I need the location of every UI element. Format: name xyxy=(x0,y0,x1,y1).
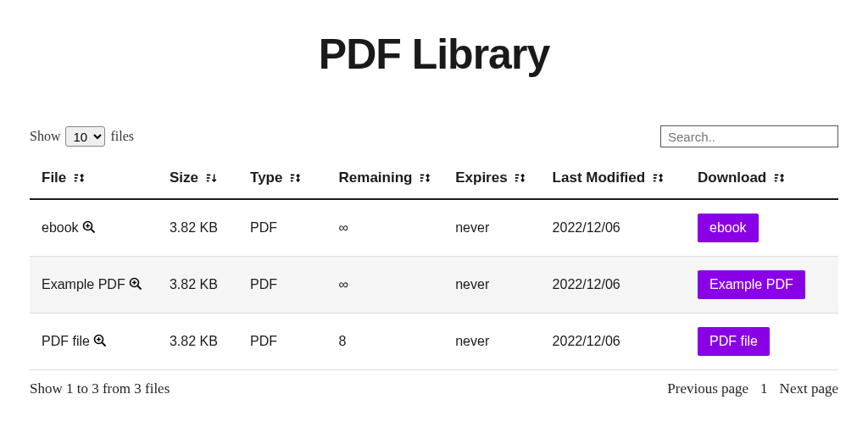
download-button[interactable]: ebook xyxy=(698,214,759,242)
page-size-control: Show 10 files xyxy=(30,126,134,147)
file-name: PDF file xyxy=(42,334,90,348)
magnify-plus-icon xyxy=(82,220,96,234)
page-size-select[interactable]: 10 xyxy=(65,126,105,147)
cell-modified: 2022/12/06 xyxy=(541,257,686,314)
cell-size: 3.82 KB xyxy=(158,199,238,257)
svg-rect-2 xyxy=(75,180,77,182)
cell-type: PDF xyxy=(238,314,327,370)
col-header-file[interactable]: File xyxy=(30,158,158,199)
sort-icon xyxy=(515,172,526,184)
col-header-size[interactable]: Size xyxy=(158,158,238,199)
results-summary: Show 1 to 3 from 3 files xyxy=(30,380,170,397)
table-row: Example PDF3.82 KBPDF∞never2022/12/06Exa… xyxy=(30,257,838,314)
svg-rect-5 xyxy=(207,180,209,182)
cell-expires: never xyxy=(443,257,540,314)
next-page-link[interactable]: Next page xyxy=(780,380,838,397)
col-header-label: Download xyxy=(698,169,766,186)
cell-size: 3.82 KB xyxy=(158,257,238,314)
cell-type: PDF xyxy=(238,257,327,314)
cell-type: PDF xyxy=(238,199,327,257)
show-suffix: files xyxy=(110,129,134,144)
table-row: ebook3.82 KBPDF∞never2022/12/06ebook xyxy=(30,199,838,257)
magnify-plus-icon xyxy=(93,334,107,347)
svg-rect-0 xyxy=(75,175,78,176)
svg-rect-3 xyxy=(207,175,210,176)
col-header-type[interactable]: Type xyxy=(238,158,327,199)
cell-expires: never xyxy=(443,314,540,370)
svg-rect-12 xyxy=(515,175,519,176)
cell-file: PDF file xyxy=(30,314,158,370)
svg-rect-9 xyxy=(420,175,424,176)
svg-rect-7 xyxy=(291,177,294,179)
cell-file: Example PDF xyxy=(30,257,158,314)
cell-modified: 2022/12/06 xyxy=(541,199,686,257)
col-header-label: File xyxy=(42,169,66,186)
svg-line-22 xyxy=(91,229,94,232)
sort-icon xyxy=(420,172,431,184)
cell-file: ebook xyxy=(30,199,158,257)
svg-rect-13 xyxy=(515,177,519,179)
col-header-expires[interactable]: Expires xyxy=(443,158,540,199)
sort-icon xyxy=(74,172,86,184)
svg-rect-16 xyxy=(654,177,657,179)
col-header-label: Expires xyxy=(455,169,507,186)
svg-rect-1 xyxy=(75,177,78,179)
svg-rect-14 xyxy=(515,180,518,182)
cell-size: 3.82 KB xyxy=(158,314,238,370)
file-name: Example PDF xyxy=(42,277,125,291)
table-row: PDF file3.82 KBPDF8never2022/12/06PDF fi… xyxy=(30,314,838,370)
download-button[interactable]: PDF file xyxy=(698,327,770,356)
magnify-plus-icon xyxy=(129,277,142,291)
svg-rect-10 xyxy=(420,177,424,179)
page-title: PDF Library xyxy=(0,30,868,79)
cell-remaining: ∞ xyxy=(327,257,444,314)
col-header-download[interactable]: Download xyxy=(686,158,838,199)
cell-remaining: 8 xyxy=(327,314,444,370)
sort-icon xyxy=(653,172,665,184)
col-header-remaining[interactable]: Remaining xyxy=(327,158,444,199)
file-name: ebook xyxy=(42,220,79,235)
preview-button[interactable] xyxy=(79,220,96,235)
sort-icon xyxy=(774,172,786,184)
preview-button[interactable] xyxy=(90,334,107,348)
svg-rect-8 xyxy=(291,180,293,182)
svg-rect-6 xyxy=(291,175,294,176)
cell-expires: never xyxy=(443,199,540,257)
svg-line-26 xyxy=(137,286,141,289)
col-header-label: Size xyxy=(170,169,198,186)
svg-rect-15 xyxy=(654,175,657,176)
sort-icon xyxy=(290,172,302,184)
cell-modified: 2022/12/06 xyxy=(541,314,686,370)
svg-rect-19 xyxy=(775,177,778,179)
svg-rect-18 xyxy=(775,175,778,176)
cell-remaining: ∞ xyxy=(327,199,444,257)
cell-download: PDF file xyxy=(686,314,838,370)
svg-rect-11 xyxy=(420,180,423,182)
current-page: 1 xyxy=(760,380,768,397)
pager: Previous page 1 Next page xyxy=(667,380,838,397)
svg-line-30 xyxy=(102,342,105,346)
col-header-modified[interactable]: Last Modified xyxy=(541,158,686,199)
col-header-label: Remaining xyxy=(339,169,413,186)
search-input[interactable] xyxy=(660,125,838,147)
sort-desc-icon xyxy=(206,172,218,184)
svg-rect-17 xyxy=(654,180,656,182)
svg-rect-4 xyxy=(207,177,210,179)
preview-button[interactable] xyxy=(125,277,142,291)
col-header-label: Type xyxy=(250,169,282,186)
svg-rect-20 xyxy=(775,180,777,182)
prev-page-link[interactable]: Previous page xyxy=(667,380,748,397)
show-prefix: Show xyxy=(30,129,60,144)
col-header-label: Last Modified xyxy=(553,169,646,186)
cell-download: ebook xyxy=(686,199,838,257)
download-button[interactable]: Example PDF xyxy=(698,270,805,299)
cell-download: Example PDF xyxy=(686,257,838,314)
files-table: File Size xyxy=(30,158,838,370)
